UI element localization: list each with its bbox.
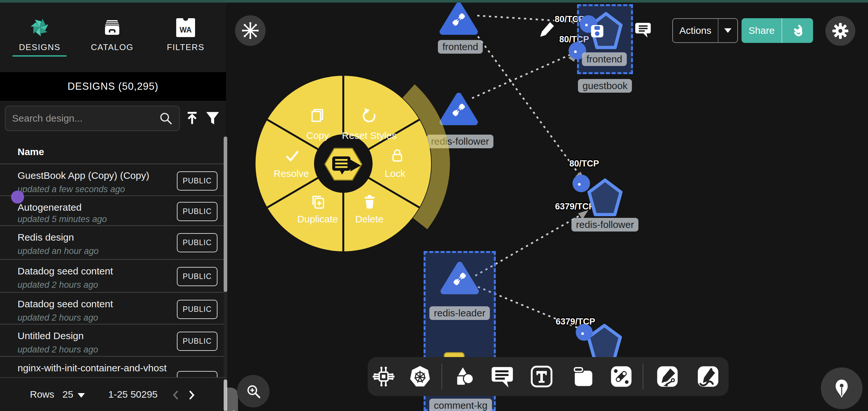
app-window: 80/TCP 80/TCP 80/TCP 6379/TCP 6379/TCP (0, 0, 868, 411)
volume-icon (590, 24, 604, 38)
avatar (11, 190, 24, 204)
design-row[interactable]: nginx-with-init-container-and-vhost PUBL… (0, 356, 226, 377)
visibility-badge: PUBLIC (177, 332, 217, 351)
visibility-badge: PUBLIC (177, 202, 217, 221)
kubernetes-icon[interactable] (408, 365, 432, 388)
snowflake-icon (241, 21, 260, 40)
actions-button[interactable]: Actions (672, 18, 738, 43)
chevron-left-icon (227, 409, 237, 411)
radial-context-menu[interactable] (229, 50, 457, 277)
text-tool-icon[interactable] (530, 365, 553, 388)
tab-label: CATALOG (86, 42, 138, 52)
pen-nib-icon (831, 378, 852, 399)
design-row[interactable]: Redis design updated an hour ago PUBLIC (0, 225, 226, 259)
caret-down-icon (78, 393, 85, 398)
port-label: 80/TCP (569, 159, 599, 169)
copy-icon[interactable] (309, 108, 325, 123)
reset-styles-icon[interactable] (361, 108, 377, 123)
canvas-toolbar (368, 357, 728, 396)
tab-catalog[interactable]: CATALOG (86, 10, 138, 62)
copy-link-icon[interactable] (782, 23, 813, 38)
resolve-icon[interactable] (284, 148, 300, 164)
rows-label: Rows (30, 389, 54, 400)
search-icon (159, 112, 173, 125)
zoom-in-icon (245, 382, 262, 400)
radial-item-resolve[interactable]: Resolve (252, 168, 330, 179)
design-row[interactable]: Untitled Design updated 2 hours ago PUBL… (0, 324, 226, 356)
pagination-bar: Rows 25 1-25 50295 (0, 377, 226, 411)
prev-page-icon[interactable] (170, 389, 181, 401)
design-row[interactable]: Autogenerated updated 5 minutes ago PUBL… (0, 196, 226, 225)
annotate-arrow-pen-icon[interactable] (656, 365, 679, 388)
sidebar-collapse-handle[interactable] (226, 388, 238, 411)
tab-label: FILTERS (160, 42, 212, 52)
visibility-badge: PUBLIC (177, 300, 217, 319)
port-circle[interactable] (572, 175, 590, 192)
visibility-badge: PUBLIC (177, 267, 217, 286)
design-row[interactable]: GuestBook App (Copy) (Copy) updated a fe… (0, 164, 226, 196)
tab-label: DESIGNS (14, 42, 66, 52)
meshery-spiral-icon (14, 10, 66, 37)
comment-tool-icon[interactable] (491, 365, 514, 388)
catalog-archive-icon (86, 10, 138, 37)
actions-dropdown-caret[interactable] (718, 28, 737, 33)
snowflake-button[interactable] (235, 15, 266, 46)
design-row[interactable]: Datadog seed content updated 2 hours ago… (0, 259, 226, 292)
frame-tool-icon[interactable] (572, 365, 595, 388)
comment-icon[interactable] (635, 22, 652, 38)
node-label: redis-follower (571, 218, 639, 232)
node-label: comment-kg (429, 399, 492, 411)
zoom-in-button[interactable] (237, 375, 270, 407)
radial-item-lock[interactable]: Lock (356, 168, 434, 179)
visibility-badge: PUBLIC (177, 171, 217, 190)
list-scrollbar[interactable] (224, 137, 227, 411)
lock-icon[interactable] (389, 147, 405, 163)
page-range: 1-25 50295 (108, 389, 158, 400)
panel-title: DESIGNS (50,295) (0, 72, 226, 101)
design-list: GuestBook App (Copy) (Copy) updated a fe… (0, 164, 226, 377)
duplicate-icon[interactable] (310, 194, 326, 210)
pencil-cursor-icon (537, 20, 556, 39)
node-label: frontend (582, 52, 627, 66)
wasm-filters-icon: WA (160, 10, 212, 37)
visibility-badge: PUBLIC (177, 233, 217, 252)
tab-filters[interactable]: WA FILTERS (160, 10, 212, 62)
radial-item-reset[interactable]: Reset Styles (330, 130, 408, 141)
frontend-service-node[interactable] (439, 1, 479, 35)
port-circle[interactable] (576, 324, 593, 341)
node-label: redis-leader (429, 306, 490, 320)
toolbar-divider (643, 363, 643, 389)
search-input[interactable]: Search design... (5, 106, 180, 131)
edge-link-tool-icon[interactable] (610, 365, 633, 388)
share-button[interactable]: Share (742, 18, 813, 43)
designs-sidebar: DESIGNS CATALOG WA FILTERS DESI (0, 0, 226, 411)
active-tab-underline (12, 55, 67, 57)
plug-icon (451, 12, 466, 27)
search-placeholder: Search design... (12, 113, 159, 124)
node-label: guestbook (578, 79, 632, 93)
filter-funnel-icon[interactable] (205, 111, 220, 125)
brand-top-strip (0, 0, 868, 3)
delete-icon[interactable] (362, 194, 377, 209)
components-chip-icon[interactable] (372, 365, 395, 388)
next-page-icon[interactable] (186, 389, 197, 401)
tab-designs[interactable]: DESIGNS (14, 10, 66, 62)
design-row[interactable]: Datadog seed content updated 2 hours ago… (0, 292, 226, 324)
column-header-name: Name (18, 146, 44, 157)
freehand-draw-icon[interactable] (696, 365, 720, 388)
visibility-badge: PUBLIC (177, 371, 217, 377)
toolbar-divider (441, 363, 442, 389)
gear-icon (831, 22, 849, 40)
settings-button[interactable] (826, 16, 855, 46)
shapes-icon[interactable] (452, 365, 475, 388)
redis-follower-pod-node[interactable] (587, 178, 623, 216)
ink-pen-button[interactable] (821, 368, 863, 409)
radial-item-delete[interactable]: Delete (330, 214, 408, 225)
publish-upload-icon[interactable] (185, 111, 199, 125)
page-size-select[interactable]: 25 (62, 389, 85, 400)
